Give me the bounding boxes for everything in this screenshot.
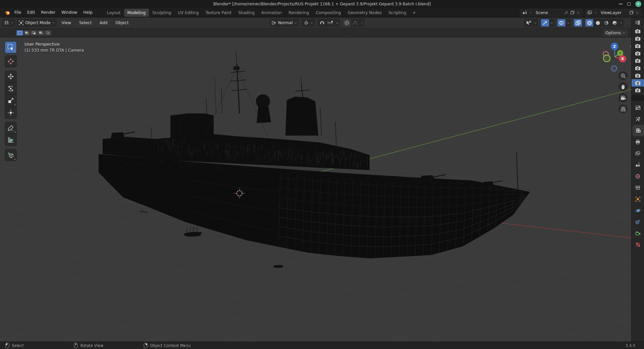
gizmo-chevron[interactable] — [549, 19, 554, 27]
outliner-camera-row[interactable] — [632, 87, 644, 94]
outliner-camera-row[interactable] — [632, 50, 644, 57]
viewlayer-name[interactable]: ViewLayer — [599, 10, 628, 15]
viewport-menu-object[interactable]: Object — [112, 20, 132, 25]
outliner-camera-row[interactable] — [632, 72, 644, 79]
shading-rendered-toggle[interactable] — [610, 19, 619, 27]
viewport-menu-add[interactable]: Add — [96, 20, 111, 25]
shading-wireframe-toggle[interactable] — [585, 19, 593, 27]
tab-layout[interactable]: Layout — [104, 9, 124, 17]
viewlayer-icon[interactable] — [587, 10, 593, 16]
pivot-point-dropdown[interactable] — [302, 19, 315, 27]
select-mode-subtract[interactable] — [31, 30, 37, 36]
camera-view-button[interactable] — [619, 93, 628, 102]
properties-tab-collection[interactable] — [632, 182, 644, 193]
show-gizmo-toggle[interactable] — [541, 19, 549, 27]
scene-name[interactable]: Scene — [534, 10, 563, 15]
scene-icon[interactable] — [522, 10, 528, 16]
zoom-button[interactable] — [619, 71, 628, 80]
shading-material-toggle[interactable] — [602, 19, 610, 27]
options-dropdown[interactable]: Options — [603, 30, 628, 36]
properties-tab-tool[interactable] — [632, 113, 644, 125]
properties-tab-physics[interactable] — [632, 205, 644, 216]
xray-toggle[interactable] — [574, 19, 582, 27]
shading-chevron[interactable] — [619, 19, 624, 27]
tab-scripting[interactable]: Scripting — [385, 9, 410, 17]
select-mode-intersect[interactable] — [45, 30, 51, 36]
tool-cursor[interactable] — [5, 55, 17, 67]
add-workspace-button[interactable]: + — [410, 9, 419, 16]
outliner-camera-row[interactable] — [632, 64, 644, 72]
editor-divider[interactable] — [632, 95, 644, 101]
menu-file[interactable]: File — [11, 8, 24, 17]
viewport-menu-select[interactable]: Select — [76, 20, 95, 25]
tool-select-box[interactable] — [5, 41, 17, 53]
properties-editor-icon[interactable] — [632, 102, 644, 113]
properties-tab-scene[interactable] — [632, 159, 644, 170]
tab-texture-paint[interactable]: Texture Paint — [202, 9, 235, 17]
select-mode-invert[interactable] — [38, 30, 44, 36]
pin-icon[interactable] — [563, 10, 569, 16]
properties-tab-render[interactable] — [633, 125, 644, 136]
properties-tab-output[interactable] — [632, 136, 644, 148]
remove-viewlayer-icon[interactable] — [634, 10, 640, 16]
tab-sculpting[interactable]: Sculpting — [149, 9, 174, 17]
tool-transform[interactable] — [5, 107, 17, 119]
outliner-camera-row[interactable] — [632, 57, 644, 64]
tool-annotate[interactable] — [5, 122, 17, 134]
proportional-edit-toggle[interactable] — [343, 19, 351, 27]
perspective-toggle-button[interactable] — [619, 104, 628, 113]
gizmo-negative-z[interactable] — [611, 66, 617, 71]
gizmo-negative-y[interactable] — [603, 55, 610, 62]
properties-tab-world[interactable] — [632, 170, 644, 182]
tab-modeling[interactable]: Modeling — [124, 9, 149, 17]
outliner-camera-row[interactable] — [632, 42, 644, 50]
tool-move[interactable] — [5, 70, 17, 83]
menu-render[interactable]: Render — [38, 8, 58, 17]
unlink-scene-icon[interactable] — [575, 10, 581, 16]
visibility-chevron[interactable] — [533, 19, 538, 27]
transform-orientation-dropdown[interactable]: Normal — [270, 19, 299, 27]
editor-type-button[interactable] — [2, 19, 15, 27]
proportional-falloff-dropdown[interactable] — [351, 19, 359, 27]
properties-tab-view-layer[interactable] — [632, 148, 644, 159]
navigation-gizmo[interactable]: Y Z X — [600, 42, 630, 73]
tool-scale[interactable] — [5, 95, 17, 107]
new-scene-icon[interactable] — [569, 10, 575, 16]
minimize-button[interactable] — [619, 4, 623, 4]
shading-solid-toggle[interactable] — [594, 19, 602, 27]
debris-object[interactable] — [140, 209, 148, 212]
chevron-down-icon[interactable] — [528, 10, 534, 16]
outliner-camera-row[interactable] — [632, 28, 644, 35]
tab-geometry-nodes[interactable]: Geometry Nodes — [344, 9, 385, 17]
select-mode-set[interactable] — [16, 30, 23, 36]
properties-tab-object-data[interactable] — [632, 228, 644, 239]
viewport-menu-view[interactable]: View — [58, 20, 74, 25]
selectability-visibility-dropdown[interactable] — [525, 19, 533, 27]
tab-uv-editing[interactable]: UV Editing — [174, 9, 202, 17]
tab-compositing[interactable]: Compositing — [312, 9, 344, 17]
tab-rendering[interactable]: Rendering — [285, 9, 312, 17]
snap-chevron[interactable] — [335, 19, 339, 27]
menu-edit[interactable]: Edit — [24, 8, 38, 17]
properties-tab-texture[interactable] — [632, 239, 644, 250]
blender-logo-icon[interactable] — [3, 9, 11, 16]
snap-target-dropdown[interactable] — [326, 19, 334, 27]
pan-button[interactable] — [619, 82, 628, 91]
sidebar-collapse-arrow[interactable]: ‹ — [630, 44, 631, 49]
small-boat[interactable] — [273, 265, 283, 268]
new-viewlayer-icon[interactable] — [628, 10, 634, 16]
tool-add-cube[interactable] — [5, 149, 17, 161]
menu-window[interactable]: Window — [58, 8, 80, 17]
mode-selector[interactable]: Object Mode — [17, 19, 57, 27]
menu-help[interactable]: Help — [80, 8, 95, 17]
overlays-chevron[interactable] — [566, 19, 571, 27]
show-overlays-toggle[interactable] — [557, 19, 566, 27]
select-mode-extend[interactable] — [23, 30, 30, 36]
tool-rotate[interactable] — [5, 83, 17, 95]
outliner-camera-row[interactable] — [632, 79, 644, 87]
outliner-editor-icon[interactable] — [632, 17, 644, 28]
falloff-chevron[interactable] — [360, 19, 364, 27]
snap-toggle[interactable] — [318, 19, 326, 27]
tab-animation[interactable]: Animation — [258, 9, 285, 17]
properties-tab-constraints[interactable] — [632, 216, 644, 228]
